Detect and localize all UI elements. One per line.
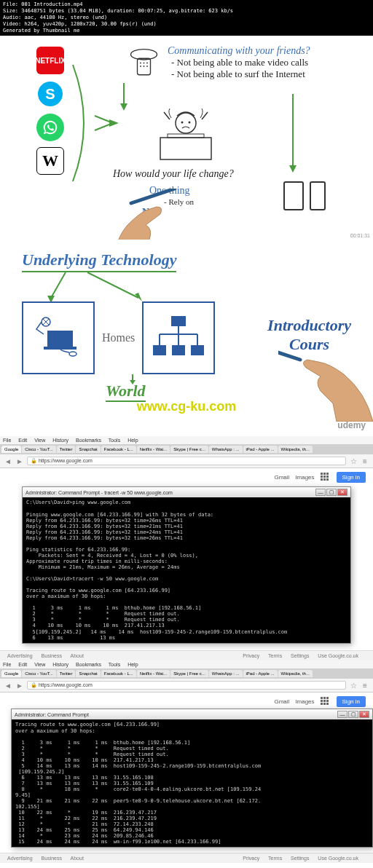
- star-icon[interactable]: ☆: [349, 457, 358, 465]
- svg-rect-29: [153, 345, 166, 355]
- svg-marker-10: [120, 103, 127, 111]
- tab-netflix-2[interactable]: Netflix - Wat...: [137, 670, 170, 677]
- tab-google-2[interactable]: Google: [1, 670, 21, 677]
- svg-point-3: [140, 63, 141, 64]
- tab-cisco-2[interactable]: Cisco - YouT...: [22, 670, 55, 677]
- svg-point-13: [176, 113, 196, 133]
- back-icon[interactable]: ◄: [4, 457, 12, 465]
- tab-facebook-2[interactable]: Facebook - L...: [101, 670, 136, 677]
- browser-chrome-2: File Edit View History Bookmarks Tools H…: [0, 660, 373, 693]
- tab-whatsapp[interactable]: WhatsApp : ...: [209, 446, 243, 453]
- close-button[interactable]: ✕: [337, 489, 348, 496]
- menu-view-2[interactable]: View: [34, 662, 45, 667]
- menu-tools-2[interactable]: Tools: [109, 662, 120, 667]
- minimize-button-2[interactable]: —: [337, 711, 348, 718]
- menu-file[interactable]: File: [3, 438, 11, 443]
- tab-twitter[interactable]: Twitter: [57, 446, 76, 453]
- star-icon-2[interactable]: ☆: [349, 681, 358, 690]
- menu-edit[interactable]: Edit: [18, 438, 27, 443]
- footer-privacy-2[interactable]: Privacy: [243, 856, 259, 861]
- cmd-title-text: Administrator: Command Prompt - tracert …: [25, 490, 173, 495]
- footer-settings[interactable]: Settings: [291, 653, 309, 658]
- menu-icon-2[interactable]: ≡: [361, 681, 369, 690]
- menu-view[interactable]: View: [34, 438, 45, 443]
- command-prompt-window-2[interactable]: Administrator: Command Prompt — ▢ ✕ Trac…: [11, 709, 373, 848]
- url-input[interactable]: 🔒 https://www.google.com: [27, 457, 346, 465]
- maximize-button[interactable]: ▢: [326, 489, 337, 496]
- tab-facebook[interactable]: Facebook - L...: [101, 446, 136, 453]
- forward-icon[interactable]: ►: [15, 457, 24, 465]
- menu-icon[interactable]: ≡: [361, 457, 369, 465]
- tab-cisco[interactable]: Cisco - YouT...: [22, 446, 55, 453]
- menu-bookmarks[interactable]: Bookmarks: [76, 438, 101, 443]
- tab-wikipedia-2[interactable]: Wikipedia, th...: [278, 670, 313, 677]
- menu-help-2[interactable]: Help: [127, 662, 138, 667]
- apps-grid-icon-2[interactable]: [321, 697, 331, 707]
- meta-video: Video: h264, yuv420p, 1280x720, 30.00 fp…: [3, 21, 370, 28]
- menu-file-2[interactable]: File: [3, 662, 11, 667]
- signin-button[interactable]: Sign in: [337, 472, 366, 483]
- back-icon-2[interactable]: ◄: [4, 681, 12, 690]
- menu-history-2[interactable]: History: [52, 662, 68, 667]
- cmd-output-2: Tracing route to www.google.com [64.233.…: [12, 719, 372, 847]
- command-prompt-window-1[interactable]: Administrator: Command Prompt - tracert …: [22, 486, 351, 643]
- tab-skype[interactable]: Skype | Free c...: [170, 446, 208, 453]
- google-footer-2: Advertising Business About Privacy Terms…: [0, 853, 373, 863]
- images-link-2[interactable]: Images: [295, 698, 314, 705]
- apps-grid-icon[interactable]: [321, 473, 331, 483]
- maximize-button-2[interactable]: ▢: [348, 711, 358, 718]
- cmd-output-1: C:\Users\David>ping www.google.com Pingi…: [23, 497, 350, 642]
- svg-point-15: [189, 122, 191, 124]
- close-button-2[interactable]: ✕: [359, 711, 369, 718]
- tab-skype-2[interactable]: Skype | Free c...: [170, 670, 208, 677]
- network-diagram-box: [142, 301, 215, 374]
- intro-line1: Introductory: [267, 316, 351, 335]
- homes-label: Homes: [102, 331, 135, 344]
- svg-marker-0: [109, 119, 119, 127]
- svg-point-7: [144, 66, 145, 68]
- footer-business[interactable]: Business: [42, 653, 62, 658]
- menu-bookmarks-2[interactable]: Bookmarks: [76, 662, 101, 667]
- forward-icon-2[interactable]: ►: [15, 681, 24, 690]
- netflix-icon: NETFLIX: [36, 47, 64, 74]
- footer-about[interactable]: About: [71, 653, 84, 658]
- tab-snapchat-2[interactable]: Snapchat: [76, 670, 100, 677]
- tab-whatsapp-2[interactable]: WhatsApp : ...: [209, 670, 243, 677]
- tab-ipad-2[interactable]: iPad - Apple ...: [243, 670, 278, 677]
- footer-business-2[interactable]: Business: [42, 856, 62, 861]
- underlying-technology-title: Underlying Technology: [22, 250, 176, 272]
- menu-tools[interactable]: Tools: [109, 438, 120, 443]
- minimize-button[interactable]: —: [315, 489, 326, 496]
- udemy-logo: udemy: [337, 420, 366, 430]
- drawing-hand-2: [278, 349, 373, 422]
- gmail-link-2[interactable]: Gmail: [274, 698, 289, 705]
- signin-button-2[interactable]: Sign in: [337, 696, 366, 707]
- footer-settings-2[interactable]: Settings: [291, 856, 309, 861]
- menu-help[interactable]: Help: [127, 438, 138, 443]
- tab-wikipedia[interactable]: Wikipedia, th...: [278, 446, 313, 453]
- browser-tab-strip: Google Cisco - YouT... Twitter Snapchat …: [0, 444, 373, 454]
- tab-netflix[interactable]: Netflix - Wat...: [137, 446, 170, 453]
- footer-privacy[interactable]: Privacy: [243, 653, 259, 658]
- thumbnail-frame-4: File Edit View History Bookmarks Tools H…: [0, 660, 373, 863]
- footer-advertising-2[interactable]: Advertising: [7, 856, 33, 861]
- svg-rect-16: [160, 138, 211, 159]
- tab-snapchat[interactable]: Snapchat: [76, 446, 100, 453]
- footer-advertising[interactable]: Advertising: [7, 653, 33, 658]
- footer-terms[interactable]: Terms: [268, 653, 282, 658]
- footer-terms-2[interactable]: Terms: [268, 856, 282, 861]
- tab-ipad[interactable]: iPad - Apple ...: [243, 446, 278, 453]
- tab-twitter-2[interactable]: Twitter: [57, 670, 76, 677]
- menu-history[interactable]: History: [52, 438, 68, 443]
- images-link[interactable]: Images: [295, 474, 314, 481]
- menu-edit-2[interactable]: Edit: [18, 662, 27, 667]
- tab-google[interactable]: Google: [1, 446, 21, 453]
- window-controls: — ▢ ✕: [315, 489, 348, 496]
- footer-about-2[interactable]: About: [71, 856, 84, 861]
- meta-generator: Generated by Thumbnail me: [3, 28, 370, 34]
- url-input-2[interactable]: 🔒 https://www.google.com: [27, 681, 346, 690]
- footer-use-google-uk-2[interactable]: Use Google.co.uk: [318, 856, 358, 861]
- file-metadata: File: 001 Introduction.mp4 Size: 3464875…: [0, 0, 373, 36]
- footer-use-google-uk[interactable]: Use Google.co.uk: [318, 653, 358, 658]
- gmail-link[interactable]: Gmail: [274, 474, 289, 481]
